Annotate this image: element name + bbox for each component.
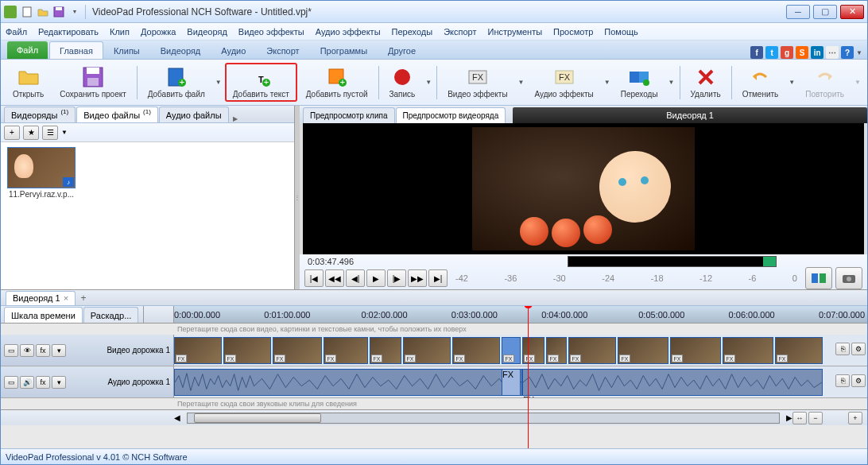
snapshot-button[interactable] — [835, 267, 862, 289]
menu-file[interactable]: Файл — [6, 27, 27, 37]
add-blank-button[interactable]: + Добавить пустой — [299, 63, 375, 102]
qat-save-icon[interactable] — [52, 5, 66, 19]
track-opts-icon[interactable]: ⚙ — [851, 343, 866, 355]
atrack-link-icon[interactable]: ⎘ — [835, 374, 850, 387]
qat-open-icon[interactable] — [36, 5, 50, 19]
scrollbar-thumb[interactable] — [194, 413, 321, 423]
play-button[interactable]: ▶ — [366, 269, 386, 287]
help-icon[interactable]: ? — [841, 46, 854, 59]
preview-tab-sequence[interactable]: Предпросмотр видеоряда — [396, 107, 506, 123]
sequence-close-icon[interactable]: × — [64, 293, 68, 303]
playhead[interactable] — [528, 306, 529, 448]
menu-tools[interactable]: Инструменты — [488, 27, 543, 37]
linkedin-icon[interactable]: in — [811, 46, 823, 59]
stumble-icon[interactable]: S — [796, 46, 808, 59]
help-dropdown-icon[interactable]: ▼ — [856, 49, 862, 56]
track-view-icon[interactable]: 👁 — [20, 344, 34, 357]
atrack-solo-icon[interactable]: 🔊 — [20, 376, 34, 389]
menu-edit[interactable]: Редактировать — [38, 27, 99, 37]
zoom-fit-button[interactable]: ↔ — [792, 412, 807, 424]
audio-fx-button[interactable]: FX Аудио эффекты — [528, 63, 601, 102]
redo-dropdown[interactable]: ▼ — [853, 63, 862, 102]
redo-button[interactable]: Повторить — [798, 63, 851, 102]
menu-view[interactable]: Просмотр — [553, 27, 593, 37]
preview-tab-clip[interactable]: Предпросмотр клипа — [303, 107, 395, 123]
video-fx-button[interactable]: FX Видео эффекты — [440, 63, 514, 102]
bin-tab-scroll-icon[interactable]: ▶ — [233, 115, 238, 122]
maximize-button[interactable]: ▢ — [813, 5, 837, 19]
clip-thumbnail[interactable]: ♪ 11.Pervyi.raz.v.p... — [6, 147, 77, 199]
ribbon-tab-main[interactable]: Главная — [49, 41, 103, 59]
menu-clip[interactable]: Клип — [110, 27, 130, 37]
bin-star-icon[interactable]: ★ — [23, 126, 39, 140]
menu-audiofx[interactable]: Аудио эффекты — [316, 27, 381, 37]
prev-frame-button[interactable]: ◀◀ — [325, 269, 344, 287]
undo-button[interactable]: Отменить — [735, 63, 786, 102]
undo-dropdown[interactable]: ▼ — [787, 63, 796, 102]
track-link-icon[interactable]: ⎘ — [835, 343, 850, 355]
step-fwd-button[interactable]: |▶ — [387, 269, 406, 287]
timeline-tab-scale[interactable]: Шкала времени — [4, 307, 83, 323]
transitions-button[interactable]: Переходы — [614, 63, 665, 102]
open-button[interactable]: Открыть — [6, 63, 51, 102]
skip-start-button[interactable]: |◀ — [304, 269, 324, 287]
googleplus-icon[interactable]: g — [781, 46, 793, 59]
menu-sequence[interactable]: Видеоряд — [187, 27, 227, 37]
ribbon-tab-sequence[interactable]: Видеоряд — [150, 41, 211, 59]
bin-view-dropdown[interactable]: ▼ — [61, 129, 68, 136]
atrack-opts-icon[interactable]: ⚙ — [851, 374, 866, 387]
step-back-button[interactable]: ◀| — [346, 269, 365, 287]
zoom-out-button[interactable]: − — [808, 412, 823, 424]
transitions-dropdown[interactable]: ▼ — [667, 63, 676, 102]
menu-transitions[interactable]: Переходы — [392, 27, 433, 37]
track-fx-icon[interactable]: fx — [36, 344, 50, 357]
bin-tab-audio[interactable]: Аудио файлы — [159, 107, 229, 122]
track-menu-icon[interactable]: ▾ — [52, 344, 66, 357]
sequence-tab[interactable]: Видеоряд 1× — [6, 291, 76, 305]
zoom-in-button[interactable]: + — [848, 412, 862, 424]
bin-add-icon[interactable]: + — [4, 126, 20, 140]
audio-fx-dropdown[interactable]: ▼ — [603, 63, 612, 102]
dual-preview-button[interactable] — [805, 267, 832, 289]
preview-viewport[interactable] — [303, 123, 864, 254]
save-project-button[interactable]: Сохранить проект — [52, 63, 134, 102]
add-sequence-button[interactable]: + — [76, 293, 91, 304]
timeline-tab-storyboard[interactable]: Раскадр... — [83, 307, 138, 323]
twitter-icon[interactable]: t — [765, 46, 778, 59]
audio-track-content[interactable]: FX FX ⎘ ⚙ — [174, 366, 867, 397]
minimize-button[interactable]: ─ — [786, 5, 810, 19]
atrack-menu-icon[interactable]: ▾ — [52, 376, 66, 389]
bin-tab-sequences[interactable]: Видеоряды(1) — [4, 107, 76, 122]
timeline-scrollbar[interactable] — [187, 413, 780, 424]
add-file-button[interactable]: + Добавить файл — [141, 63, 212, 102]
add-file-dropdown[interactable]: ▼ — [214, 63, 223, 102]
facebook-icon[interactable]: f — [750, 46, 763, 59]
record-button[interactable]: Запись — [382, 63, 423, 102]
menu-export[interactable]: Экспорт — [444, 27, 476, 37]
skip-end-button[interactable]: ▶| — [428, 269, 448, 287]
atrack-mute-icon[interactable]: ▭ — [4, 376, 18, 389]
ribbon-tab-programs[interactable]: Программы — [310, 41, 378, 59]
video-track-content[interactable]: FX FX FX FX FX FX FX FX FX FX FX FX FX F… — [174, 335, 867, 366]
scroll-left-icon[interactable]: ◀ — [174, 413, 180, 422]
bin-content[interactable]: ♪ 11.Pervyi.raz.v.p... — [1, 142, 294, 289]
ribbon-tab-clips[interactable]: Клипы — [103, 41, 150, 59]
add-text-button[interactable]: T+ Добавить текст — [225, 63, 297, 102]
delete-button[interactable]: Удалить — [684, 63, 728, 102]
ribbon-tab-file[interactable]: Файл — [7, 41, 48, 59]
menu-help[interactable]: Помощь — [604, 27, 638, 37]
bin-tab-video[interactable]: Видео файлы(1) — [76, 107, 158, 122]
video-fx-dropdown[interactable]: ▼ — [517, 63, 526, 102]
bin-list-icon[interactable]: ☰ — [42, 126, 58, 140]
scroll-right-icon[interactable]: ▶ — [786, 413, 792, 422]
close-button[interactable]: ✕ — [840, 5, 864, 19]
ribbon-tab-other[interactable]: Другое — [378, 41, 426, 59]
ribbon-tab-export[interactable]: Экспорт — [256, 41, 309, 59]
track-mute-icon[interactable]: ▭ — [4, 344, 18, 357]
share-icon[interactable]: ⋯ — [826, 46, 839, 59]
atrack-fx-icon[interactable]: fx — [36, 376, 50, 389]
menu-track[interactable]: Дорожка — [141, 27, 176, 37]
next-frame-button[interactable]: ▶▶ — [408, 269, 427, 287]
qat-dropdown-icon[interactable]: ▼ — [68, 5, 82, 19]
timeline-ruler[interactable]: 0:00:00.000 0:01:00.000 0:02:00.000 0:03… — [174, 306, 867, 323]
